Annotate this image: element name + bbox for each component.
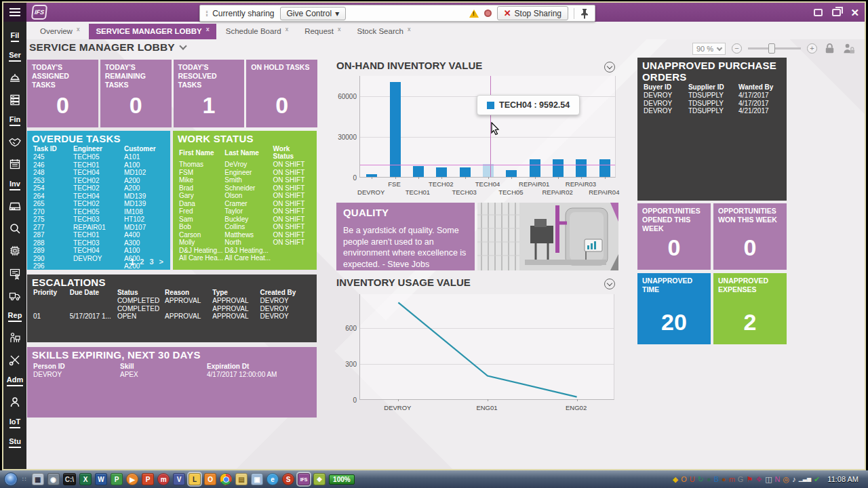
bar-tech03[interactable] xyxy=(460,167,471,177)
tab-close-icon[interactable]: x xyxy=(285,26,289,33)
tab-overview[interactable]: Overviewx xyxy=(33,24,86,39)
tray-swirl-icon[interactable]: ◎ xyxy=(783,476,790,483)
bar-repair03[interactable] xyxy=(576,159,587,177)
tab-schedule-board[interactable]: Schedule Boardx xyxy=(219,24,295,39)
table-row[interactable]: GaryOlsonON SHIFT xyxy=(178,192,312,200)
tray-check-icon[interactable]: ✔ xyxy=(814,476,820,483)
bar-repair02[interactable] xyxy=(553,159,564,177)
tile-today-s-resolved-tasks[interactable]: TODAY'S RESOLVED TASKS1 xyxy=(174,60,245,127)
tray-shield-icon[interactable]: U xyxy=(690,476,695,483)
sidebar-item-fil[interactable]: Fil xyxy=(11,31,20,42)
bar-repair04[interactable] xyxy=(599,159,610,177)
tray-network-icon[interactable]: ▁▃▅ xyxy=(799,476,811,482)
sidebar-item-rep[interactable]: Rep xyxy=(8,311,22,322)
tile-unapproved-expenses[interactable]: UNAPPROVED EXPENSES2 xyxy=(713,273,787,344)
zoom-out-button[interactable]: − xyxy=(732,43,742,54)
bar-tech04[interactable] xyxy=(483,164,494,177)
taskbar-item-calculator[interactable]: ▦ xyxy=(32,473,44,485)
table-row[interactable]: COMPLETEDAPPROVALAPPROVALDEVROY xyxy=(32,297,312,305)
tray-colors-icon[interactable]: ❖ xyxy=(755,476,762,483)
bar-tech05[interactable] xyxy=(506,170,517,177)
table-row[interactable]: FSMEngineerON SHIFT xyxy=(178,169,312,177)
tile-opportunities-won-this-week[interactable]: OPPORTUNITIES WON THIS WEEK0 xyxy=(713,203,787,270)
collapse-chart-icon[interactable] xyxy=(604,279,615,289)
tray-globe-icon[interactable]: ● xyxy=(707,476,711,483)
drag-grip-icon[interactable]: ⁞⁞ xyxy=(205,9,207,18)
table-row[interactable]: 265TECH02MD139 xyxy=(32,200,165,208)
taskbar-item-word[interactable]: W xyxy=(95,473,107,485)
page-3[interactable]: 3 xyxy=(149,258,153,267)
tile-opportunities-opened-this-week[interactable]: OPPORTUNITIES OPENED THIS WEEK0 xyxy=(637,203,711,270)
table-row[interactable]: 287TECH01A400 xyxy=(32,231,165,239)
taskbar-item-command-prompt[interactable]: C:\ xyxy=(63,473,76,485)
table-row[interactable]: 015/17/2017 1...OPENAPPROVALAPPROVALDEVR… xyxy=(32,312,312,321)
warning-icon[interactable] xyxy=(469,9,479,18)
restore-icon[interactable] xyxy=(832,9,841,16)
chevron-down-icon[interactable] xyxy=(179,42,186,49)
table-row[interactable]: 248TECH04MD102 xyxy=(32,169,165,177)
table-row[interactable]: DEVROYTDSUPPLY4/17/2017 xyxy=(642,92,782,100)
stop-sharing-button[interactable]: ✕ Stop Sharing xyxy=(497,6,568,20)
table-row[interactable]: FredTaylorON SHIFT xyxy=(178,207,312,216)
tray-nut-icon[interactable]: ● xyxy=(722,476,726,483)
table-row[interactable]: BradSchneiderON SHIFT xyxy=(178,184,312,192)
drive-icon[interactable] xyxy=(8,199,22,213)
tray-sync-icon[interactable]: ↻ xyxy=(698,476,704,483)
tray-diamond-icon[interactable]: ◆ xyxy=(673,476,678,483)
table-row[interactable]: DEVROYTDSUPPLY4/21/2017 xyxy=(642,107,782,115)
taskbar-item-media-play[interactable]: ▶ xyxy=(126,473,138,485)
collapse-chart-icon[interactable] xyxy=(604,62,615,73)
page-2[interactable]: 2 xyxy=(140,258,144,267)
table-row[interactable]: BobCollinsON SHIFT xyxy=(178,223,312,231)
sidebar-item-fin[interactable]: Fin xyxy=(9,115,21,126)
close-icon[interactable]: ✕ xyxy=(850,9,859,16)
tab-close-icon[interactable]: x xyxy=(206,26,210,33)
table-row[interactable]: All Care Hea...All Care Heat... xyxy=(178,254,312,262)
page-1[interactable]: 1 xyxy=(130,258,135,267)
search-icon[interactable] xyxy=(8,222,22,235)
table-row[interactable]: 253TECH02A200 xyxy=(32,177,165,185)
page->[interactable]: > xyxy=(159,258,163,267)
taskbar-item-app-m[interactable]: m xyxy=(157,473,170,485)
table-row[interactable]: MikeSmithON SHIFT xyxy=(178,176,312,184)
sidebar-item-stu[interactable]: Stu xyxy=(9,437,21,448)
service-bell-icon[interactable] xyxy=(8,70,22,84)
taskbar-item-media-player[interactable]: ◉ xyxy=(47,473,60,485)
recording-icon[interactable] xyxy=(484,9,492,17)
tray-plug-icon[interactable]: ◫ xyxy=(765,476,772,483)
tray-flag-icon[interactable]: ⚑ xyxy=(746,476,753,483)
taskbar-item-internet-explorer[interactable]: e xyxy=(267,473,279,485)
pin-icon[interactable] xyxy=(580,8,589,19)
calendar-icon[interactable] xyxy=(8,157,22,171)
sidebar-item-inv[interactable]: Inv xyxy=(9,180,20,190)
table-row[interactable]: ThomasDeVroyON SHIFT xyxy=(178,161,312,169)
person-icon[interactable] xyxy=(8,395,22,409)
tab-close-icon[interactable]: x xyxy=(408,26,411,33)
taskbar-item-powerpoint[interactable]: P xyxy=(142,473,154,485)
sidebar-item-adm[interactable]: Adm xyxy=(7,375,23,386)
table-row[interactable]: 288TECH03A300 xyxy=(32,239,165,247)
bar-fse[interactable] xyxy=(390,82,401,177)
tab-request[interactable]: Requestx xyxy=(298,24,347,39)
taskbar-item-lync[interactable]: L xyxy=(189,473,201,485)
taskbar-item-ifs-app[interactable]: IFS xyxy=(298,473,310,485)
table-row[interactable]: 277REPAIR01MD107 xyxy=(32,224,165,232)
tile-unapproved-time[interactable]: UNAPPROVED TIME20 xyxy=(637,273,711,344)
tray-volume-icon[interactable]: ♪ xyxy=(792,476,796,483)
worker-icon[interactable] xyxy=(8,331,22,344)
tray-m-icon[interactable]: m xyxy=(729,476,735,483)
sidebar-item-iot[interactable]: IoT xyxy=(9,418,21,428)
table-row[interactable]: CarsonMatthewsON SHIFT xyxy=(178,231,312,239)
zoom-in-button[interactable]: + xyxy=(807,43,817,54)
tools-icon[interactable] xyxy=(8,353,22,367)
table-row[interactable]: DEVROYTDSUPPLY4/17/2017 xyxy=(642,100,782,108)
zoom-slider-handle[interactable] xyxy=(768,43,775,54)
tab-service-manager-lobby[interactable]: SERVICE MANAGER LOBBYx xyxy=(89,24,216,39)
minimize-icon[interactable] xyxy=(814,9,823,16)
tab-close-icon[interactable]: x xyxy=(77,26,80,33)
tray-onenote-icon[interactable]: N xyxy=(775,476,781,483)
server-icon[interactable] xyxy=(8,93,22,106)
taskbar-item-project[interactable]: P xyxy=(111,473,123,485)
table-row[interactable]: DEVROYAPEX4/17/2017 12:00:00 AM xyxy=(32,371,312,379)
start-button[interactable] xyxy=(4,472,18,486)
